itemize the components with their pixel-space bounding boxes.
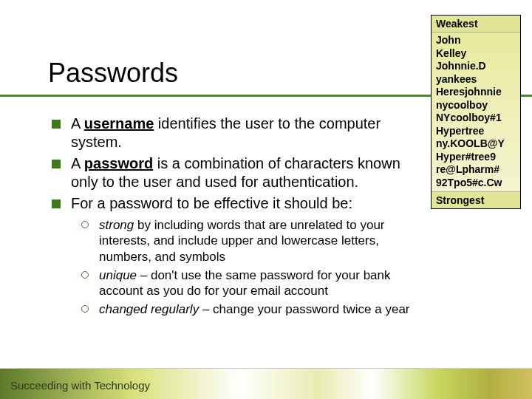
password-example: Kelley (436, 47, 516, 61)
footer-text: Succeeding with Technology (10, 379, 150, 392)
password-strength-sidebar: Weakest John Kelley Johnnie.D yankees He… (431, 15, 521, 209)
sub-item: changed regularly – change your password… (81, 301, 421, 317)
password-example: nycoolboy (436, 99, 516, 112)
bullet-text: For a password to be effective it should… (71, 194, 352, 213)
sub-item: strong by including words that are unrel… (81, 217, 421, 265)
sub-list: strong by including words that are unrel… (81, 217, 421, 318)
password-example: John (436, 34, 516, 47)
page-title: Passwords (48, 58, 178, 89)
password-example: ny.KOOLB@Y (436, 137, 516, 151)
password-example: Heresjohnnie (436, 86, 516, 99)
circle-bullet-icon (81, 221, 89, 228)
sub-text: unique – don't use the same password for… (99, 267, 421, 299)
password-example: yankees (436, 73, 516, 86)
sub-text: changed regularly – change your password… (99, 301, 410, 317)
square-bullet-icon (52, 120, 61, 129)
bullet-text: A password is a combination of character… (71, 154, 421, 191)
circle-bullet-icon (81, 305, 89, 313)
sidebar-footer: Strongest (432, 191, 520, 208)
sidebar-body: John Kelley Johnnie.D yankees Heresjohnn… (432, 33, 520, 191)
password-example: Hypertree (436, 125, 516, 138)
sub-item: unique – don't use the same password for… (81, 267, 421, 299)
password-example: 92Tpo5#c.Cw (436, 177, 516, 190)
password-example: re@Lpharm# (436, 163, 516, 177)
sidebar-header: Weakest (432, 16, 520, 33)
password-example: NYcoolboy#1 (436, 112, 516, 125)
bullet-text: A username identifies the user to the co… (71, 115, 421, 151)
square-bullet-icon (52, 200, 61, 208)
bullet-item: A username identifies the user to the co… (52, 115, 421, 151)
content-area: A username identifies the user to the co… (52, 115, 421, 321)
password-example: Johnnie.D (436, 60, 516, 73)
bullet-item: For a password to be effective it should… (52, 194, 421, 213)
sub-text: strong by including words that are unrel… (99, 217, 421, 265)
bullet-item: A password is a combination of character… (52, 154, 421, 191)
password-example: Hyper#tree9 (436, 151, 516, 164)
slide: Passwords A username identifies the user… (0, 0, 532, 399)
square-bullet-icon (52, 160, 61, 168)
circle-bullet-icon (81, 271, 89, 279)
